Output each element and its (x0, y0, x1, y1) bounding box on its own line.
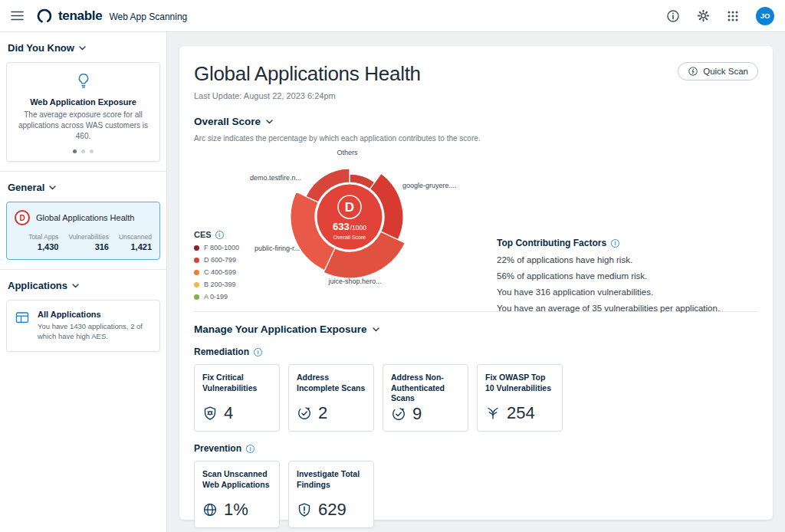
chevron-down-icon (79, 46, 86, 51)
card-fix-critical-vulnerabilities[interactable]: Fix Critical Vulnerabilities 4 (194, 364, 280, 432)
carousel-dot[interactable] (81, 149, 85, 153)
menu-icon[interactable] (11, 11, 24, 21)
wasp-icon (485, 406, 501, 421)
carousel-dot[interactable] (90, 149, 94, 153)
main-area: Global Applications Health Last Update: … (167, 32, 785, 532)
tenable-logo-icon (36, 8, 53, 25)
info-icon[interactable]: i (215, 231, 224, 239)
card-scan-unscanned-apps[interactable]: Scan Unscanned Web Applications 1% (194, 461, 280, 528)
ces-legend: CES i F 800-1000 D 600-799 C 400-599 B 2… (194, 230, 239, 300)
factors-title: Top Contributing Factors (497, 238, 606, 248)
quick-scan-icon (688, 66, 698, 77)
chevron-down-icon (49, 186, 56, 190)
chevron-down-icon (266, 120, 273, 124)
shield-alert-icon (297, 502, 312, 517)
did-you-know-card: Web Application Exposure The average exp… (6, 62, 160, 162)
card-fix-owasp-top10[interactable]: Fix OWASP Top 10 Vulnerabilities 254 (477, 364, 563, 432)
score-grade: D (345, 200, 354, 215)
app-grid-icon[interactable] (727, 10, 739, 22)
factor-high-risk: 22% of applications have high risk. (497, 255, 750, 264)
card-investigate-total-findings[interactable]: Investigate Total Findings 629 (288, 461, 374, 528)
table-icon (15, 310, 30, 325)
stat-unscanned: Unscanned 1,421 (119, 233, 152, 251)
legend-color-dot (194, 270, 199, 275)
carousel-dots (16, 149, 150, 153)
applications-title: Applications (8, 280, 67, 291)
all-applications-title: All Applications (38, 310, 152, 319)
remediation-label: Remediation (194, 346, 249, 357)
stat-total-apps: Total Apps 1,430 (28, 233, 58, 251)
card-address-incomplete-scans[interactable]: Address Incomplete Scans 2 (288, 364, 374, 432)
sidebar-item-all-applications[interactable]: All Applications You have 1430 applicati… (6, 300, 160, 352)
legend-color-dot (194, 245, 199, 251)
general-item-stats: Total Apps 1,430 Vulnerabilities 316 Uns… (15, 233, 152, 251)
topbar: tenable Web App Scanning JO (0, 0, 785, 32)
overall-score-chart: D 633/1000 Overall Score Others demo.tes… (194, 144, 758, 305)
manage-exposure-header[interactable]: Manage Your Application Exposure (194, 323, 758, 335)
card-address-non-authenticated-scans[interactable]: Address Non-Authenticated Scans 9 (383, 364, 468, 432)
donut-label-juice-shop: juice-shop.hero... (317, 277, 393, 285)
overall-score-subtitle: Arc size indicates the percentage by whi… (194, 134, 758, 143)
overall-score-header[interactable]: Overall Score (194, 116, 758, 127)
score-caption: Overall Score (333, 235, 366, 240)
scan-incomplete-icon (297, 406, 312, 421)
did-you-know-header[interactable]: Did You Know (0, 32, 166, 61)
general-header[interactable]: General (0, 172, 166, 200)
top-contributing-factors: Top Contributing Factors i 22% of applic… (497, 238, 750, 313)
all-applications-text: You have 1430 applications, 2 of which h… (38, 321, 152, 342)
chevron-down-icon (373, 327, 379, 332)
gear-icon[interactable] (697, 9, 710, 22)
info-icon[interactable]: i (246, 445, 255, 453)
sidebar-item-global-applications-health[interactable]: D Global Applications Health Total Apps … (6, 202, 160, 260)
factor-vulnerabilities: You have 316 application vulnerabilities… (497, 287, 750, 297)
prevention-label-row: Prevention i (194, 443, 758, 454)
remediation-cards: Fix Critical Vulnerabilities 4 Address I… (194, 364, 758, 432)
legend-color-dot (194, 282, 199, 287)
factor-average: You have an average of 35 vulnerabilitie… (497, 304, 750, 313)
legend-item-a: A 0-199 (194, 293, 239, 300)
legend-color-dot (194, 258, 199, 263)
remediation-label-row: Remediation i (194, 346, 758, 357)
info-icon[interactable]: i (254, 348, 262, 356)
legend-item-b: B 200-399 (194, 281, 239, 288)
page-title: Global Applications Health (194, 62, 421, 86)
last-update: Last Update: August 22, 2023 6:24pm (194, 91, 421, 100)
carousel-dot[interactable] (73, 149, 77, 153)
donut-label-others: Others (317, 149, 378, 156)
did-you-know-title: Did You Know (8, 42, 74, 54)
general-title: General (8, 182, 44, 193)
globe-icon (202, 502, 218, 517)
legend-item-d: D 600-799 (194, 256, 239, 264)
legend-color-dot (194, 294, 199, 300)
donut-label-demo-testfire: demo.testfire.n... (215, 174, 301, 182)
donut-label-google-gruyere: google-gruyere.... (402, 182, 487, 189)
quick-scan-button[interactable]: Quick Scan (678, 62, 758, 80)
scan-non-auth-icon (391, 406, 406, 422)
general-item-title: Global Applications Health (36, 213, 134, 222)
sidebar: Did You Know Web Application Exposure Th… (0, 32, 167, 532)
manage-exposure-title: Manage Your Application Exposure (194, 323, 367, 335)
brand-name: tenable (58, 8, 102, 24)
legend-item-f: F 800-1000 (194, 244, 239, 251)
brand[interactable]: tenable Web App Scanning (36, 8, 187, 25)
info-icon[interactable]: i (611, 239, 619, 248)
user-avatar[interactable]: JO (756, 7, 774, 25)
applications-header[interactable]: Applications (0, 270, 166, 298)
score-donut[interactable]: D 633/1000 Overall Score (277, 144, 422, 290)
prevention-cards: Scan Unscanned Web Applications 1% Inves… (194, 461, 758, 528)
product-name: Web App Scanning (109, 10, 187, 22)
dashboard-card: Global Applications Health Last Update: … (179, 46, 773, 520)
prevention-label: Prevention (194, 443, 241, 454)
lightbulb-icon (75, 72, 92, 89)
topbar-actions: JO (666, 7, 774, 25)
shield-bug-icon (202, 406, 218, 421)
grade-badge: D (15, 210, 30, 225)
stat-vulnerabilities: Vulnerabilities 316 (68, 233, 109, 251)
did-you-know-card-title: Web Application Exposure (16, 97, 150, 107)
overall-score-title: Overall Score (194, 116, 261, 127)
did-you-know-card-text: The average exposure score for all appli… (16, 110, 150, 142)
ces-title: CES (194, 230, 212, 239)
chevron-down-icon (72, 284, 79, 288)
quick-scan-label: Quick Scan (703, 67, 748, 76)
help-info-icon[interactable] (666, 9, 680, 23)
